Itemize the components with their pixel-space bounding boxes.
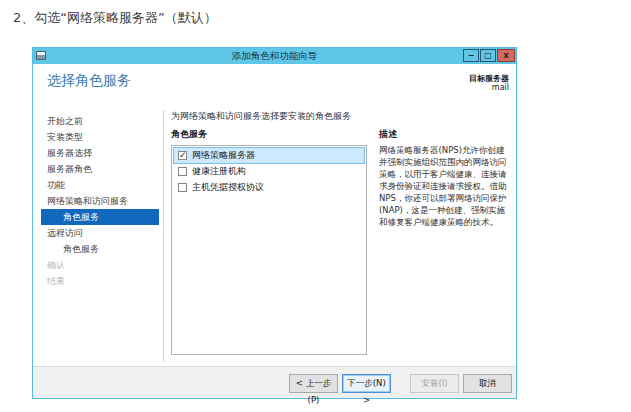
target-server-block: 目标服务器 mail	[469, 74, 509, 92]
cancel-button[interactable]: 取消	[463, 374, 512, 393]
sidebar-item-server-selection[interactable]: 服务器选择	[41, 145, 159, 161]
page-title: 选择角色服务	[47, 72, 131, 90]
target-server-value: mail	[469, 83, 509, 92]
service-row-host-credential-authorization-protocol[interactable]: 主机凭据授权协议	[174, 180, 364, 195]
sidebar-item-role-services-ra[interactable]: 角色服务	[41, 241, 159, 257]
close-icon[interactable]: x	[497, 49, 515, 62]
sidebar-item-features[interactable]: 功能	[41, 177, 159, 193]
checkbox-checked-icon[interactable]	[178, 151, 187, 160]
titlebar[interactable]: 添加角色和功能向导 − □ x	[33, 48, 516, 64]
previous-button[interactable]: < 上一步(P)	[289, 374, 338, 393]
sidebar-item-npas[interactable]: 网络策略和访问服务	[41, 193, 159, 209]
step-caption: 2、勾选“网络策略服务器”（默认）	[13, 9, 217, 27]
target-server-label: 目标服务器	[469, 74, 509, 83]
service-row-health-registration-authority[interactable]: 健康注册机构	[174, 164, 364, 179]
window-controls: − □ x	[462, 49, 515, 62]
sidebar-item-before-begin[interactable]: 开始之前	[41, 113, 159, 129]
page: 2、勾选“网络策略服务器”（默认） 添加角色和功能向导 − □ x 选择角色服务…	[0, 0, 631, 412]
sidebar-divider	[163, 110, 164, 362]
sidebar-item-role-services-npas[interactable]: 角色服务	[41, 209, 159, 225]
role-services-listbox[interactable]: 网络策略服务器 健康注册机构 主机凭据授权协议	[171, 145, 367, 355]
sidebar-item-server-roles[interactable]: 服务器角色	[41, 161, 159, 177]
checkbox-unchecked-icon[interactable]	[178, 183, 187, 192]
description-text: 网络策略服务器(NPS)允许你创建并强制实施组织范围内的网络访问策略，以用于客户…	[379, 144, 512, 228]
wizard-nav: 开始之前 安装类型 服务器选择 服务器角色 功能 网络策略和访问服务 角色服务 …	[41, 113, 159, 289]
service-label: 网络策略服务器	[192, 149, 255, 162]
sidebar-item-results: 结果	[41, 273, 159, 289]
role-services-header: 角色服务	[171, 128, 207, 141]
description-header: 描述	[379, 128, 397, 141]
sidebar-item-confirmation: 确认	[41, 257, 159, 273]
checkbox-unchecked-icon[interactable]	[178, 167, 187, 176]
service-label: 主机凭据授权协议	[192, 181, 264, 194]
install-button: 安装(I)	[410, 374, 459, 393]
wizard-dialog: 添加角色和功能向导 − □ x 选择角色服务 目标服务器 mail 开始之前 安…	[32, 47, 517, 399]
instruction-text: 为网络策略和访问服务选择要安装的角色服务	[171, 110, 351, 123]
next-button[interactable]: 下一步(N) >	[342, 374, 391, 393]
service-row-network-policy-server[interactable]: 网络策略服务器	[174, 148, 364, 163]
maximize-icon[interactable]: □	[480, 49, 496, 62]
minimize-icon[interactable]: −	[463, 49, 479, 62]
sidebar-item-install-type[interactable]: 安装类型	[41, 129, 159, 145]
sidebar-item-remote-access[interactable]: 远程访问	[41, 225, 159, 241]
service-label: 健康注册机构	[192, 165, 246, 178]
window-title: 添加角色和功能向导	[33, 49, 516, 63]
